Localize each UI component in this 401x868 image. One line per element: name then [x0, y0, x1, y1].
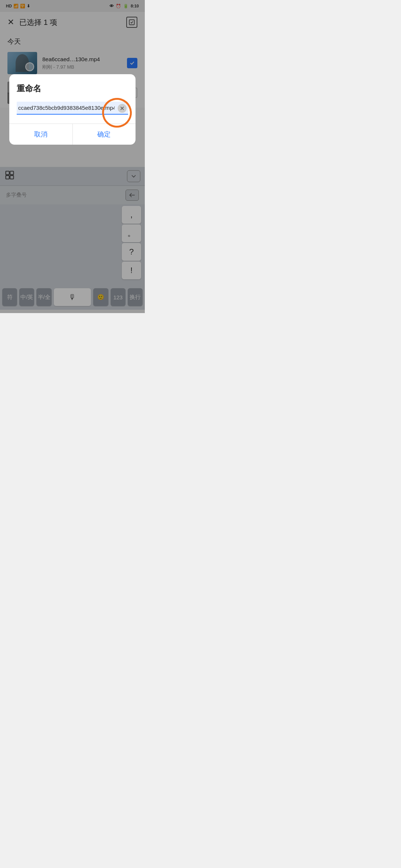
dialog-title: 重命名 — [17, 83, 128, 94]
rename-dialog: 重命名 取消 确定 — [9, 74, 136, 145]
dialog-buttons: 取消 确定 — [9, 124, 136, 145]
cancel-button[interactable]: 取消 — [9, 124, 73, 145]
confirm-button[interactable]: 确定 — [73, 124, 136, 145]
dialog-input-container — [17, 102, 128, 115]
clear-input-button[interactable] — [118, 104, 127, 113]
rename-input[interactable] — [17, 102, 128, 115]
dialog-overlay: 重命名 取消 确定 — [0, 0, 145, 313]
